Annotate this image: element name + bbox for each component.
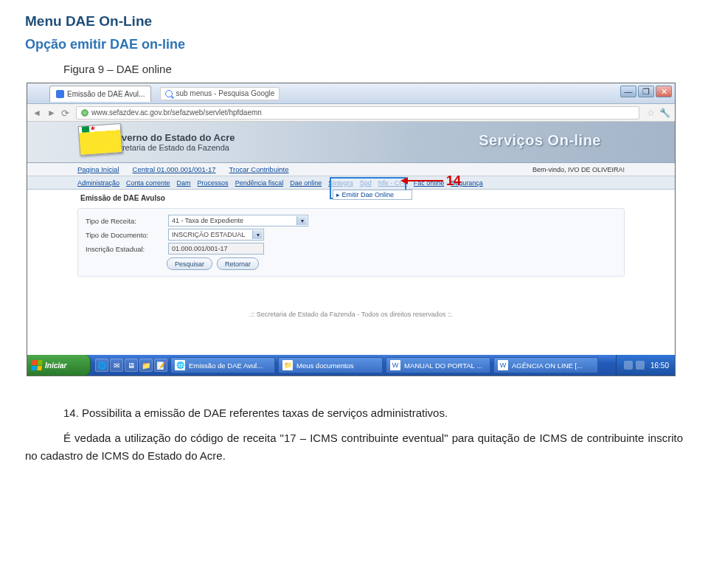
menu2-item[interactable]: Administração bbox=[77, 179, 119, 187]
start-button[interactable]: Iniciar bbox=[27, 355, 91, 376]
paragraph-vedada: É vedada a utilização do código de recei… bbox=[25, 429, 683, 465]
task-app-label: Emissão de DAE Avul... bbox=[189, 362, 263, 370]
task-app-label: AGÊNCIA ON LINE [... bbox=[512, 362, 583, 370]
task-app-label: MANUAL DO PORTAL ... bbox=[404, 362, 482, 370]
submenu-highlight: ▸ Emitir Dae Online bbox=[330, 177, 406, 199]
quicklaunch-icon[interactable]: 🖥 bbox=[125, 359, 138, 372]
task-app-icon: 📁 bbox=[282, 360, 293, 370]
quicklaunch-icon[interactable]: 📝 bbox=[154, 359, 167, 372]
quicklaunch-icon[interactable]: 📁 bbox=[139, 359, 153, 372]
servicos-online-title: Serviços On-line bbox=[479, 132, 601, 149]
select-tipo-receita[interactable]: 41 - Taxa de Expediente ▾ bbox=[168, 215, 308, 226]
primary-menu: Pagina Inicial Central 01.000.001/001-17… bbox=[27, 163, 675, 176]
google-search-text: sub menus - Pesquisa Google bbox=[176, 89, 274, 97]
select-tipo-documento-value: INSCRIÇÃO ESTADUAL bbox=[172, 231, 245, 238]
system-tray: 16:50 bbox=[616, 355, 675, 376]
taskbar-app-button[interactable]: W AGÊNCIA ON LINE [... bbox=[493, 357, 598, 373]
callout-number: 14 bbox=[446, 173, 461, 189]
browser-addressbar: ◄ ► ⟳ www.sefazdev.ac.gov.br/sefazweb/se… bbox=[27, 104, 675, 122]
menu2-item[interactable]: Pendência fiscal bbox=[235, 179, 284, 187]
page-content: Governo do Estado do Acre Secretaria de … bbox=[27, 122, 675, 356]
taskbar-clock: 16:50 bbox=[650, 362, 669, 370]
window-minimize-button[interactable]: — bbox=[620, 86, 636, 97]
figure-caption: Figura 9 – DAE online bbox=[63, 63, 683, 75]
wrench-menu-icon[interactable]: 🔧 bbox=[659, 108, 670, 118]
label-tipo-receita: Tipo de Receita: bbox=[86, 217, 162, 225]
input-inscricao[interactable]: 01.000.001/001-17 bbox=[168, 243, 264, 255]
url-field[interactable]: www.sefazdev.ac.gov.br/sefazweb/servlet/… bbox=[76, 106, 639, 120]
quicklaunch-icon[interactable]: ✉ bbox=[110, 359, 123, 372]
heading-opcao-emitir: Opção emitir DAE on-line bbox=[25, 37, 683, 52]
browser-tab[interactable]: Emissão de DAE Avul... bbox=[49, 86, 151, 102]
gov-title-line1: Governo do Estado do Acre bbox=[108, 132, 235, 143]
welcome-text: Bem-vindo, IVO DE OLIVEIRA! bbox=[532, 166, 625, 173]
screenshot-figure: Emissão de DAE Avul... sub menus - Pesqu… bbox=[27, 83, 676, 376]
taskbar-app-button[interactable]: W MANUAL DO PORTAL ... bbox=[386, 357, 490, 373]
start-label: Iniciar bbox=[45, 362, 66, 370]
site-banner: Governo do Estado do Acre Secretaria de … bbox=[27, 122, 675, 163]
label-inscricao: Inscrição Estadual: bbox=[86, 245, 162, 253]
select-tipo-documento[interactable]: INSCRIÇÃO ESTADUAL ▾ bbox=[168, 229, 264, 241]
taskbar-app-button[interactable]: 📁 Meus documentos bbox=[278, 357, 383, 373]
secondary-menu: Administração Conta corrente Dam Process… bbox=[27, 176, 675, 190]
omnibox-search-tab[interactable]: sub menus - Pesquisa Google bbox=[160, 87, 280, 100]
menu2-item[interactable]: Dam bbox=[177, 179, 191, 187]
url-text: www.sefazdev.ac.gov.br/sefazweb/servlet/… bbox=[91, 108, 262, 117]
acre-flag-icon bbox=[78, 123, 123, 156]
reload-button[interactable]: ⟳ bbox=[61, 108, 72, 118]
tray-icon[interactable] bbox=[624, 361, 633, 370]
input-inscricao-value: 01.000.001/001-17 bbox=[172, 245, 228, 252]
select-tipo-receita-value: 41 - Taxa de Expediente bbox=[172, 217, 243, 224]
windows-taskbar: Iniciar 🌐 ✉ 🖥 📁 📝 🌐 Emissão de DAE Avul.… bbox=[27, 355, 675, 376]
tab-favicon-icon bbox=[56, 90, 64, 98]
chevron-down-icon: ▾ bbox=[252, 230, 263, 239]
windows-logo-icon bbox=[31, 360, 42, 370]
window-maximize-button[interactable]: ❐ bbox=[638, 86, 654, 97]
menu1-item-pagina-inicial[interactable]: Pagina Inicial bbox=[77, 165, 119, 173]
task-app-icon: 🌐 bbox=[175, 360, 185, 370]
task-app-icon: W bbox=[498, 360, 508, 370]
gov-title: Governo do Estado do Acre Secretaria de … bbox=[108, 132, 235, 152]
callout-arrow-icon bbox=[406, 180, 443, 181]
taskbar-app-button[interactable]: 🌐 Emissão de DAE Avul... bbox=[170, 357, 275, 373]
browser-tabstrip: Emissão de DAE Avul... sub menus - Pesqu… bbox=[27, 83, 675, 104]
label-tipo-documento: Tipo de Documento: bbox=[86, 231, 162, 239]
tab-title: Emissão de DAE Avul... bbox=[67, 90, 145, 98]
window-close-button[interactable]: ✕ bbox=[656, 86, 672, 97]
quicklaunch: 🌐 ✉ 🖥 📁 📝 bbox=[95, 359, 167, 372]
pesquisar-button[interactable]: Pesquisar bbox=[167, 257, 212, 270]
menu1-item-trocar[interactable]: Trocar Contribuinte bbox=[229, 165, 289, 173]
task-app-label: Meus documentos bbox=[296, 362, 354, 370]
menu2-item-dae-online[interactable]: Dae online bbox=[290, 179, 322, 187]
search-icon bbox=[165, 90, 173, 97]
menu1-item-central[interactable]: Central 01.000.001/001-17 bbox=[133, 165, 216, 173]
heading-menu-dae: Menu DAE On-Line bbox=[25, 13, 683, 30]
submenu-item-emitir[interactable]: ▸ Emitir Dae Online bbox=[333, 190, 412, 200]
back-button[interactable]: ◄ bbox=[32, 108, 42, 118]
retornar-button[interactable]: Retornar bbox=[217, 257, 259, 270]
menu2-item[interactable]: Processos bbox=[198, 179, 229, 187]
chevron-down-icon: ▾ bbox=[296, 216, 307, 225]
page-footer: .:: Secretaria de Estado da Fazenda - To… bbox=[27, 311, 675, 318]
forward-button[interactable]: ► bbox=[46, 108, 57, 118]
paragraph-14: 14. Possibilita a emissão de DAE referen… bbox=[25, 404, 683, 422]
window-controls: — ❐ ✕ bbox=[620, 86, 672, 97]
quicklaunch-icon[interactable]: 🌐 bbox=[95, 359, 108, 372]
form-panel: Tipo de Receita: 41 - Taxa de Expediente… bbox=[77, 208, 625, 277]
globe-icon bbox=[81, 109, 88, 117]
tray-icon[interactable] bbox=[636, 361, 645, 370]
task-app-icon: W bbox=[390, 360, 400, 370]
gov-title-line2: Secretaria de Estado da Fazenda bbox=[108, 143, 235, 152]
menu2-item[interactable]: Conta corrente bbox=[126, 179, 170, 187]
bookmark-star-icon[interactable]: ☆ bbox=[644, 108, 655, 118]
